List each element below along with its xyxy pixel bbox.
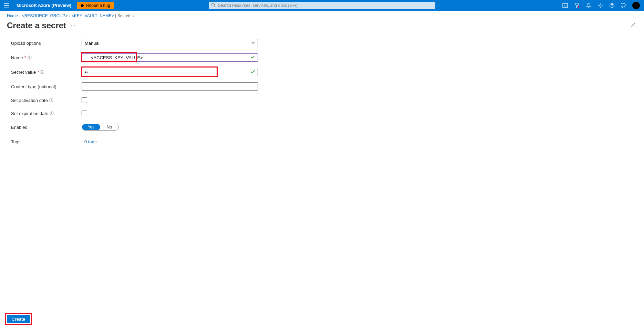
tags-link[interactable]: 0 tags [82,139,96,144]
svg-point-10 [29,56,30,57]
activation-date-label: Set activation date [11,98,48,103]
breadcrumb: Home › <RESOURCE_GROUP> › <KEY_VAULT_NAM… [0,11,644,20]
svg-point-16 [51,99,52,100]
feedback-button[interactable] [618,0,630,11]
footer-actions: Create [5,313,32,325]
top-bar: Microsoft Azure (Preview) Report a bug [0,0,644,11]
svg-point-3 [212,3,215,6]
content-type-input[interactable] [82,82,258,91]
required-asterisk: * [24,55,26,60]
check-icon [250,69,255,75]
expiration-date-checkbox[interactable] [82,111,87,116]
name-label: Name [11,55,23,60]
help-button[interactable] [606,0,618,11]
report-bug-label: Report a bug [86,3,110,8]
svg-rect-17 [51,100,51,101]
secret-value-label: Secret value [11,70,36,75]
content-type-label: Content type (optional) [11,84,82,89]
info-icon[interactable] [50,111,54,115]
search-icon [211,3,216,9]
top-right-icons [559,0,640,11]
notifications-button[interactable] [583,0,594,11]
activation-date-checkbox[interactable] [82,97,87,103]
chevron-right-icon: › [69,14,70,18]
toggle-no: No [100,124,118,130]
check-icon [250,55,255,61]
expiration-date-label: Set expiration date [11,111,48,116]
secret-name-input[interactable] [82,53,258,62]
svg-line-4 [214,6,216,7]
svg-rect-14 [42,72,43,73]
upload-options-select[interactable] [82,39,258,47]
chevron-right-icon: › [19,14,21,18]
user-avatar[interactable] [632,2,640,9]
create-button[interactable]: Create [7,315,30,323]
secret-value-input[interactable] [82,68,258,76]
global-search-input[interactable] [209,2,435,9]
filter-icon [574,3,580,8]
enabled-label: Enabled [11,125,82,130]
breadcrumb-resource-group[interactable]: <RESOURCE_GROUP> [22,13,68,18]
breadcrumb-home[interactable]: Home [7,13,18,18]
svg-rect-1 [4,5,9,6]
svg-rect-20 [52,113,52,114]
required-asterisk: * [37,70,39,75]
info-icon[interactable] [40,70,44,74]
cloud-shell-button[interactable] [559,0,571,11]
hamburger-menu-button[interactable] [0,0,13,11]
search-container [209,2,435,9]
more-actions-button[interactable]: ⋯ [70,22,76,29]
report-bug-button[interactable]: Report a bug [77,2,113,9]
svg-rect-0 [4,3,9,4]
info-icon[interactable] [49,98,53,102]
tags-label: Tags [11,139,82,144]
info-icon[interactable] [28,55,32,60]
breadcrumb-secrets-suffix[interactable]: | Secrets [114,13,131,18]
toggle-yes: Yes [82,124,100,130]
bug-icon [80,3,84,8]
breadcrumb-key-vault[interactable]: <KEY_VAULT_NAME> [72,13,114,18]
svg-rect-2 [4,7,9,8]
page-title: Create a secret [7,21,66,30]
chevron-right-icon: › [133,14,134,18]
directory-filter-button[interactable] [571,0,583,11]
svg-point-7 [600,4,601,6]
create-secret-form: Upload options Name * Secret value * [0,35,644,154]
upload-options-label: Upload options [11,41,82,46]
svg-point-13 [42,71,43,72]
settings-button[interactable] [594,0,606,11]
svg-point-19 [52,112,52,113]
close-icon [631,22,636,27]
enabled-toggle[interactable]: Yes No [82,124,119,131]
highlight-box: Create [5,313,32,325]
svg-rect-11 [29,57,30,59]
bell-icon [586,3,591,8]
close-blade-button[interactable] [630,20,637,30]
gear-icon [598,3,603,8]
feedback-icon [621,3,626,8]
brand-label[interactable]: Microsoft Azure (Preview) [17,3,71,8]
help-icon [609,3,615,8]
svg-rect-5 [563,3,568,8]
hamburger-icon [4,3,9,8]
svg-point-6 [578,6,579,7]
cloud-shell-icon [562,3,568,8]
page-header: Create a secret ⋯ [0,20,644,35]
